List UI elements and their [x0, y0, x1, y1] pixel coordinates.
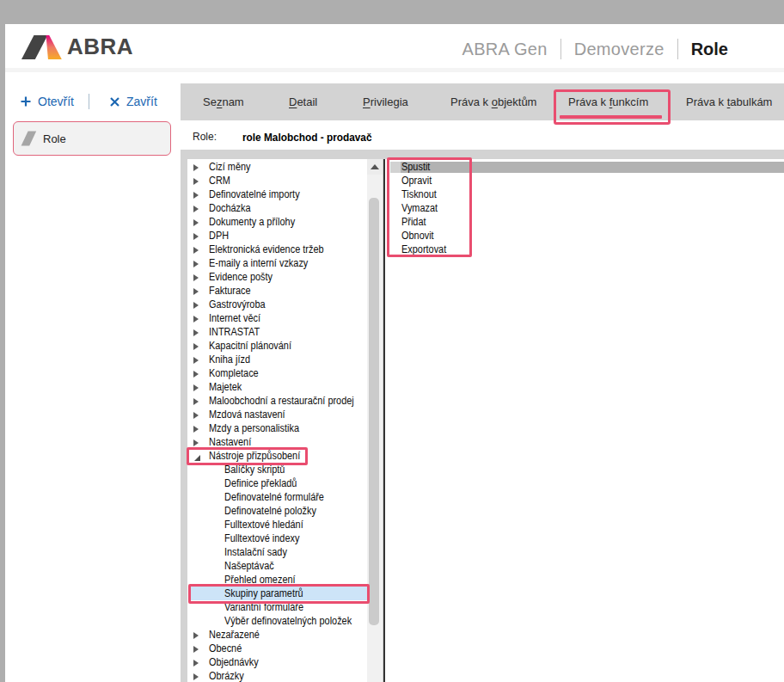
- sidebar-item-role-label: Role: [43, 132, 66, 145]
- tree-item-label: Našeptávač: [224, 560, 274, 572]
- function-right-item[interactable]: Obnovit: [385, 229, 784, 243]
- tree-item-group[interactable]: INTRASTAT: [187, 325, 367, 339]
- tree-item-group[interactable]: Obecné: [187, 642, 367, 655]
- tree-item-label: Instalační sady: [224, 546, 287, 558]
- tree-item-label: Cizí měny: [209, 161, 251, 173]
- tree-collapsed-icon[interactable]: [193, 316, 199, 323]
- tree-item-group[interactable]: CRM: [187, 174, 367, 187]
- tree-item-group[interactable]: Gastrovýroba: [187, 298, 367, 311]
- tab-pr-va-k-objekt-m[interactable]: Práva k objektům: [450, 83, 536, 120]
- function-right-item[interactable]: Tisknout: [385, 187, 784, 201]
- tree-collapsed-icon[interactable]: [193, 274, 199, 281]
- tree-item-group[interactable]: DPH: [187, 229, 367, 243]
- list-selection-lead: [390, 162, 401, 174]
- tree-collapsed-icon[interactable]: [193, 343, 199, 350]
- function-right-item[interactable]: Spustit: [385, 160, 784, 174]
- tree-collapsed-icon[interactable]: [193, 206, 199, 212]
- tree-collapsed-icon[interactable]: [193, 219, 199, 226]
- tree-item-group[interactable]: Elektronická evidence tržeb: [187, 243, 367, 256]
- tree-item-group[interactable]: Cizí měny: [187, 160, 367, 174]
- tree-item-child[interactable]: Definovatelné formuláře: [187, 490, 367, 504]
- tab-pr-va-k-tabulk-m[interactable]: Práva k tabulkám: [686, 83, 772, 120]
- open-agenda-button[interactable]: Otevřít: [21, 95, 74, 108]
- tree-item-child[interactable]: Přehled omezení: [187, 573, 367, 587]
- tree-item-group[interactable]: Majetek: [187, 380, 367, 394]
- tree-expanded-icon[interactable]: [194, 455, 200, 461]
- tree-collapsed-icon[interactable]: [193, 178, 199, 185]
- tree-item-child[interactable]: Balíčky skriptů: [187, 463, 367, 476]
- tree-item-child[interactable]: Fulltextové hledání: [187, 518, 367, 531]
- highlight-underline-tab: [560, 115, 662, 119]
- tree-collapsed-icon[interactable]: [193, 357, 199, 364]
- tree-collapsed-icon[interactable]: [193, 673, 199, 680]
- tree-item-label: DPH: [209, 230, 229, 242]
- tree-item-group[interactable]: Obrázky: [187, 669, 367, 682]
- tree-collapsed-icon[interactable]: [193, 192, 199, 199]
- tree-collapsed-icon[interactable]: [193, 233, 199, 240]
- scrollbar-up-button[interactable]: [367, 159, 383, 175]
- tree-item-child[interactable]: Variantní formuláře: [187, 600, 367, 614]
- tree-item-group[interactable]: Mzdy a personalistika: [187, 421, 367, 435]
- tree-collapsed-icon[interactable]: [193, 632, 199, 639]
- tree-collapsed-icon[interactable]: [193, 261, 199, 267]
- tree-item-child[interactable]: Definice překladů: [187, 476, 367, 490]
- tree-item-group[interactable]: Definovatelné importy: [187, 187, 367, 201]
- tree-item-label: Majetek: [209, 381, 242, 393]
- tree-item-group[interactable]: Fakturace: [187, 284, 367, 298]
- window-title: ABRA Gen Demoverze Role: [462, 37, 728, 61]
- tree-item-child[interactable]: Výběr definovatelných položek: [187, 614, 367, 628]
- tree-item-label: Definovatelné položky: [224, 505, 316, 517]
- tree-item-group[interactable]: Kniha jízd: [187, 353, 367, 366]
- tree-collapsed-icon[interactable]: [193, 426, 199, 433]
- tree-collapsed-icon[interactable]: [193, 646, 199, 653]
- tree-item-label: Fulltextové indexy: [224, 532, 299, 544]
- tree-collapsed-icon[interactable]: [193, 329, 199, 336]
- title-app-name: ABRA Gen: [462, 40, 548, 59]
- function-right-item[interactable]: Opravit: [385, 174, 784, 187]
- tree-item-child[interactable]: Instalační sady: [187, 545, 367, 559]
- tree-item-group[interactable]: Kompletace: [187, 366, 367, 380]
- tree-item-child[interactable]: Našeptávač: [187, 559, 367, 573]
- tree-item-label: Mzdy a personalistika: [209, 422, 299, 434]
- tree-item-group[interactable]: Nezařazené: [187, 628, 367, 642]
- tree-item-group[interactable]: Mzdová nastavení: [187, 408, 367, 421]
- tree-collapsed-icon[interactable]: [193, 302, 199, 309]
- tree-item-group[interactable]: Internet věcí: [187, 311, 367, 325]
- tree-collapsed-icon[interactable]: [193, 164, 199, 171]
- function-right-item[interactable]: Přidat: [385, 215, 784, 229]
- tree-item-child[interactable]: Fulltextové indexy: [187, 531, 367, 545]
- tree-collapsed-icon[interactable]: [193, 288, 199, 295]
- tree-item-label: Skupiny parametrů: [224, 587, 303, 599]
- abra-logo: ABRA: [21, 34, 133, 60]
- tree-item-group[interactable]: Kapacitní plánování: [187, 339, 367, 353]
- tree-item-child[interactable]: Definovatelné položky: [187, 504, 367, 518]
- tree-item-group[interactable]: Nástroje přizpůsobení: [187, 449, 367, 463]
- tree-item-group[interactable]: Dokumenty a přílohy: [187, 215, 367, 229]
- tree-item-group[interactable]: Evidence pošty: [187, 270, 367, 284]
- tree-collapsed-icon[interactable]: [193, 660, 199, 667]
- tree-item-group[interactable]: Nastavení: [187, 435, 367, 449]
- tree-collapsed-icon[interactable]: [193, 398, 199, 405]
- tree-item-label: Výběr definovatelných položek: [224, 615, 352, 627]
- tree-item-label: Definovatelné importy: [209, 188, 300, 200]
- tree-item-group[interactable]: Docházka: [187, 201, 367, 215]
- tree-collapsed-icon[interactable]: [193, 439, 199, 446]
- tree-collapsed-icon[interactable]: [193, 247, 199, 254]
- tree-collapsed-icon[interactable]: [193, 371, 199, 378]
- tree-item-group[interactable]: E-maily a interní vzkazy: [187, 256, 367, 270]
- tab-seznam[interactable]: Seznam: [203, 83, 244, 120]
- close-agenda-button[interactable]: Zavřít: [110, 95, 157, 108]
- tree-item-child[interactable]: Skupiny parametrů: [187, 587, 367, 600]
- tree-item-label: Evidence pošty: [209, 271, 273, 283]
- sidebar-item-role[interactable]: Role: [13, 121, 171, 156]
- tree-scrollbar[interactable]: [367, 159, 383, 682]
- function-right-item[interactable]: Exportovat: [385, 243, 784, 256]
- tab-detail[interactable]: Detail: [289, 83, 317, 120]
- function-right-item[interactable]: Vymazat: [385, 201, 784, 215]
- tree-item-group[interactable]: Objednávky: [187, 655, 367, 669]
- scrollbar-thumb[interactable]: [369, 198, 379, 625]
- tree-item-group[interactable]: Maloobchodní a restaurační prodej: [187, 394, 367, 408]
- tree-collapsed-icon[interactable]: [193, 412, 199, 419]
- tree-collapsed-icon[interactable]: [193, 384, 199, 391]
- tab-privilegia[interactable]: Privilegia: [363, 83, 408, 120]
